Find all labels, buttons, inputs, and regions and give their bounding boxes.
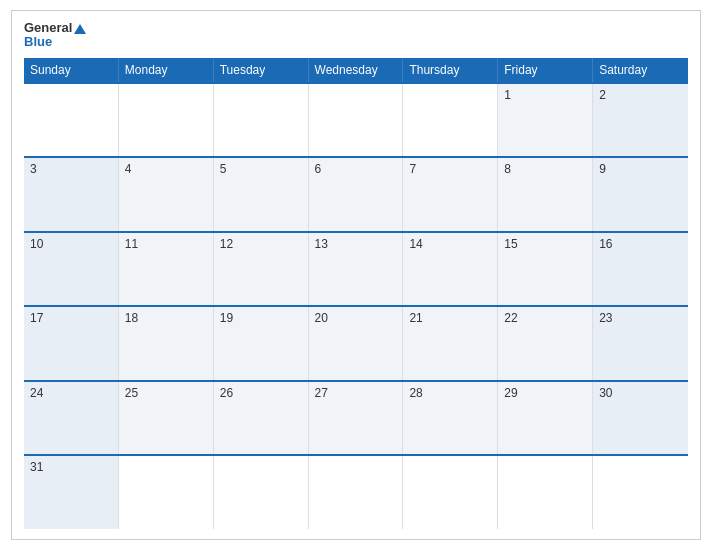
day-cell: 20	[309, 307, 404, 380]
day-cell: 17	[24, 307, 119, 380]
day-number: 21	[409, 311, 422, 325]
day-number: 8	[504, 162, 511, 176]
day-number: 5	[220, 162, 227, 176]
day-number: 29	[504, 386, 517, 400]
day-header-sunday: Sunday	[24, 58, 119, 82]
day-number: 31	[30, 460, 43, 474]
day-header-thursday: Thursday	[403, 58, 498, 82]
day-cell	[119, 456, 214, 529]
day-cell	[309, 84, 404, 157]
week-row-5: 31	[24, 454, 688, 529]
day-cell: 9	[593, 158, 688, 231]
day-cell: 8	[498, 158, 593, 231]
day-cell: 13	[309, 233, 404, 306]
logo-blue-text: Blue	[24, 35, 52, 49]
day-number: 20	[315, 311, 328, 325]
day-cell: 21	[403, 307, 498, 380]
day-number: 23	[599, 311, 612, 325]
day-cell	[214, 84, 309, 157]
day-cell: 28	[403, 382, 498, 455]
day-number: 13	[315, 237, 328, 251]
day-cell: 26	[214, 382, 309, 455]
logo-triangle-icon	[74, 24, 86, 34]
week-row-4: 24252627282930	[24, 380, 688, 455]
day-cell: 22	[498, 307, 593, 380]
calendar-container: General Blue SundayMondayTuesdayWednesda…	[11, 10, 701, 540]
day-cell: 23	[593, 307, 688, 380]
day-number: 19	[220, 311, 233, 325]
day-number: 3	[30, 162, 37, 176]
day-cell: 12	[214, 233, 309, 306]
day-cell	[403, 84, 498, 157]
day-headers-row: SundayMondayTuesdayWednesdayThursdayFrid…	[24, 58, 688, 82]
day-number: 7	[409, 162, 416, 176]
day-cell: 24	[24, 382, 119, 455]
day-cell: 4	[119, 158, 214, 231]
day-number: 16	[599, 237, 612, 251]
day-cell	[214, 456, 309, 529]
day-cell: 7	[403, 158, 498, 231]
day-header-monday: Monday	[119, 58, 214, 82]
day-header-saturday: Saturday	[593, 58, 688, 82]
day-number: 1	[504, 88, 511, 102]
day-cell: 29	[498, 382, 593, 455]
day-number: 26	[220, 386, 233, 400]
day-number: 17	[30, 311, 43, 325]
day-number: 6	[315, 162, 322, 176]
day-number: 25	[125, 386, 138, 400]
week-row-2: 10111213141516	[24, 231, 688, 306]
day-number: 24	[30, 386, 43, 400]
day-number: 4	[125, 162, 132, 176]
day-number: 27	[315, 386, 328, 400]
day-cell: 3	[24, 158, 119, 231]
day-cell: 30	[593, 382, 688, 455]
day-cell: 1	[498, 84, 593, 157]
calendar-grid: SundayMondayTuesdayWednesdayThursdayFrid…	[24, 58, 688, 529]
day-number: 22	[504, 311, 517, 325]
logo-general-text: General	[24, 21, 86, 35]
day-number: 14	[409, 237, 422, 251]
day-number: 2	[599, 88, 606, 102]
logo: General Blue	[24, 21, 86, 50]
day-cell	[403, 456, 498, 529]
day-cell: 16	[593, 233, 688, 306]
day-cell: 15	[498, 233, 593, 306]
day-cell: 31	[24, 456, 119, 529]
day-header-friday: Friday	[498, 58, 593, 82]
day-cell: 27	[309, 382, 404, 455]
day-header-tuesday: Tuesday	[214, 58, 309, 82]
day-cell	[498, 456, 593, 529]
day-number: 11	[125, 237, 138, 251]
day-cell	[24, 84, 119, 157]
weeks-container: 1234567891011121314151617181920212223242…	[24, 82, 688, 529]
day-cell: 19	[214, 307, 309, 380]
week-row-1: 3456789	[24, 156, 688, 231]
day-cell: 11	[119, 233, 214, 306]
day-cell: 2	[593, 84, 688, 157]
day-number: 18	[125, 311, 138, 325]
day-cell: 25	[119, 382, 214, 455]
day-cell	[309, 456, 404, 529]
day-cell	[119, 84, 214, 157]
day-number: 15	[504, 237, 517, 251]
day-number: 28	[409, 386, 422, 400]
day-cell: 5	[214, 158, 309, 231]
day-number: 10	[30, 237, 43, 251]
calendar-header: General Blue	[24, 21, 688, 50]
day-number: 12	[220, 237, 233, 251]
day-cell: 18	[119, 307, 214, 380]
week-row-0: 12	[24, 82, 688, 157]
day-cell: 14	[403, 233, 498, 306]
day-cell	[593, 456, 688, 529]
day-header-wednesday: Wednesday	[309, 58, 404, 82]
day-cell: 10	[24, 233, 119, 306]
day-cell: 6	[309, 158, 404, 231]
day-number: 9	[599, 162, 606, 176]
week-row-3: 17181920212223	[24, 305, 688, 380]
day-number: 30	[599, 386, 612, 400]
